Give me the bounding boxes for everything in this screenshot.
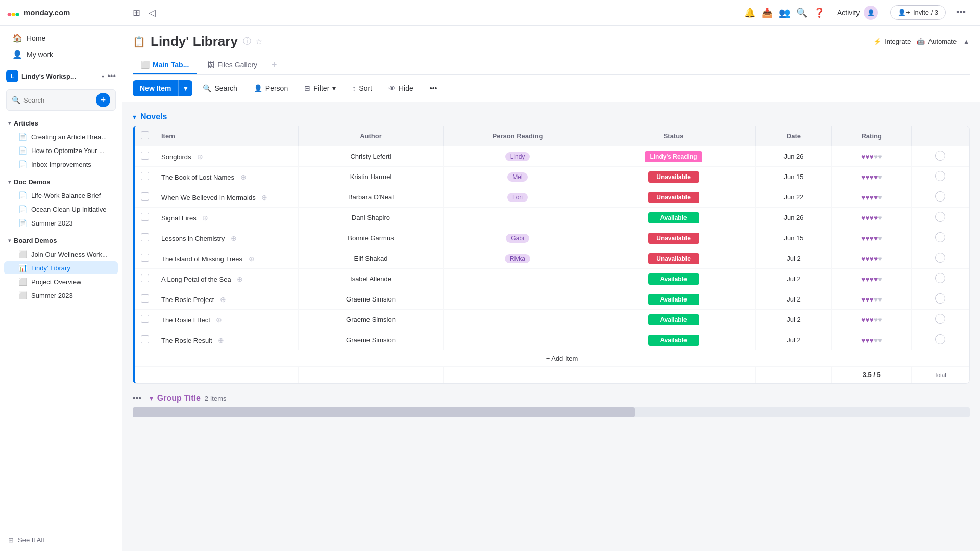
item-add-icon[interactable]: ⊕ [237,275,243,283]
rating-7[interactable]: ♥♥♥♥♥ [832,289,912,310]
row-checkbox-9[interactable] [135,330,155,350]
add-new-button[interactable]: + [96,93,110,107]
nav-my-work[interactable]: 👤 My work [4,46,118,62]
rating-5[interactable]: ♥♥♥♥♥ [832,248,912,269]
status-7[interactable]: Available [592,289,755,310]
status-5[interactable]: Unavailable [592,248,755,269]
row-checkbox-7[interactable] [135,289,155,310]
item-add-icon[interactable]: ⊕ [231,234,237,242]
rating-4[interactable]: ♥♥♥♥♥ [832,228,912,248]
circle-btn[interactable] [935,171,945,181]
row-checkbox-0[interactable] [135,146,155,167]
sidebar-item-optimize[interactable]: 📄 How to Optomize Your ... [4,144,118,157]
status-8[interactable]: Available [592,310,755,330]
tab-files-gallery[interactable]: 🖼 Files Gallery [199,57,265,74]
item-add-icon[interactable]: ⊕ [216,316,222,324]
row-checkbox-4[interactable] [135,228,155,248]
row-checkbox-3[interactable] [135,208,155,228]
inbox-icon[interactable]: 📥 [762,7,773,18]
row-checkbox[interactable] [141,192,149,201]
new-item-button[interactable]: New Item ▾ [133,80,192,96]
integrate-button[interactable]: ⚡ Integrate [873,38,911,45]
activity-button[interactable]: Activity 👤 [831,3,884,23]
sidebar-item-project-overview[interactable]: ⬜ Project Overview [4,275,118,288]
rating-3[interactable]: ♥♥♥♥♥ [832,208,912,228]
group2-more-icon[interactable]: ••• [133,394,141,403]
topbar-more-icon[interactable]: ••• [952,5,970,20]
workspace-name[interactable]: Lindy's Worksp... [21,72,99,80]
item-add-icon[interactable]: ⊕ [249,255,255,263]
status-2[interactable]: Unavailable [592,187,755,208]
status-9[interactable]: Available [592,330,755,350]
people-icon[interactable]: 👥 [779,7,790,18]
row-checkbox-2[interactable] [135,187,155,208]
section-doc-demos-title[interactable]: ▾ Doc Demos [0,176,122,188]
rating-6[interactable]: ♥♥♥♥♥ [832,269,912,289]
status-4[interactable]: Unavailable [592,228,755,248]
tab-main[interactable]: ⬜ Main Tab... [133,57,197,74]
sort-button[interactable]: ↕ Sort [346,81,378,95]
row-checkbox[interactable] [141,213,149,221]
row-checkbox-1[interactable] [135,167,155,187]
sidebar-item-summer2023-board[interactable]: ⬜ Summer 2023 [4,289,118,302]
rating-0[interactable]: ♥♥♥♥♥ [832,146,912,167]
nav-home[interactable]: 🏠 Home [4,30,118,46]
see-all-button[interactable]: ⊞ See It All [0,533,122,547]
automate-button[interactable]: 🤖 Automate [917,38,957,45]
apps-icon[interactable]: ⊞ [133,7,140,18]
section-articles-title[interactable]: ▾ Articles [0,117,122,130]
sidebar-search-input[interactable] [23,96,93,104]
row-checkbox[interactable] [141,254,149,262]
tab-add-icon[interactable]: + [267,56,281,74]
circle-btn[interactable] [935,232,945,242]
rating-8[interactable]: ♥♥♥♥♥ [832,310,912,330]
novels-group-arrow-icon[interactable]: ▾ [133,113,136,121]
sidebar-item-summer2023-doc[interactable]: 📄 Summer 2023 [4,216,118,230]
row-checkbox[interactable] [141,315,149,323]
row-checkbox[interactable] [141,335,149,343]
row-checkbox[interactable] [141,152,149,160]
status-3[interactable]: Available [592,208,755,228]
circle-btn[interactable] [935,212,945,222]
board-star-icon[interactable]: ☆ [255,37,262,46]
novels-group-title[interactable]: Novels [140,112,167,121]
sidebar-item-wellness[interactable]: ⬜ Join Our Wellness Work... [4,247,118,261]
section-board-demos-title[interactable]: ▾ Board Demos [0,234,122,247]
group2-title[interactable]: Group Title [157,394,201,403]
row-checkbox[interactable] [141,294,149,303]
circle-btn[interactable] [935,293,945,304]
add-item-button[interactable]: + Add Item [155,350,969,367]
circle-btn[interactable] [935,151,945,161]
status-1[interactable]: Unavailable [592,167,755,187]
new-item-dropdown-icon[interactable]: ▾ [178,80,192,96]
bell-icon[interactable]: 🔔 [744,7,755,18]
row-checkbox[interactable] [141,233,149,241]
rating-1[interactable]: ♥♥♥♥♥ [832,167,912,187]
group2-arrow-icon[interactable]: ▾ [150,394,153,403]
sidebar-item-ocean[interactable]: 📄 Ocean Clean Up Initiative [4,203,118,216]
item-add-icon[interactable]: ⊕ [240,173,247,181]
help-icon[interactable]: ❓ [814,7,825,18]
search-button[interactable]: 🔍 Search [197,81,243,95]
row-checkbox-6[interactable] [135,269,155,289]
rating-9[interactable]: ♥♥♥♥♥ [832,330,912,350]
circle-btn[interactable] [935,273,945,283]
status-6[interactable]: Available [592,269,755,289]
circle-btn[interactable] [935,191,945,202]
collapse-sidebar-icon[interactable]: ◁ [149,7,156,18]
sidebar-item-lindy-library[interactable]: 📊 Lindy' Library [4,261,118,274]
workspace-chevron-icon[interactable]: ▾ [102,73,104,79]
workspace-more-icon[interactable]: ••• [107,71,116,81]
sidebar-item-inbox[interactable]: 📄 Inbox Improvements [4,158,118,171]
invite-button[interactable]: 👤+ Invite / 3 [890,5,946,20]
board-header-collapse-icon[interactable]: ▲ [963,38,970,46]
rating-2[interactable]: ♥♥♥♥♥ [832,187,912,208]
item-add-icon[interactable]: ⊕ [202,214,208,222]
circle-btn[interactable] [935,334,945,344]
circle-btn[interactable] [935,314,945,324]
person-button[interactable]: 👤 Person [248,81,294,95]
row-checkbox-5[interactable] [135,248,155,269]
circle-btn[interactable] [935,253,945,263]
item-add-icon[interactable]: ⊕ [218,336,224,344]
search-icon[interactable]: 🔍 [796,7,807,18]
